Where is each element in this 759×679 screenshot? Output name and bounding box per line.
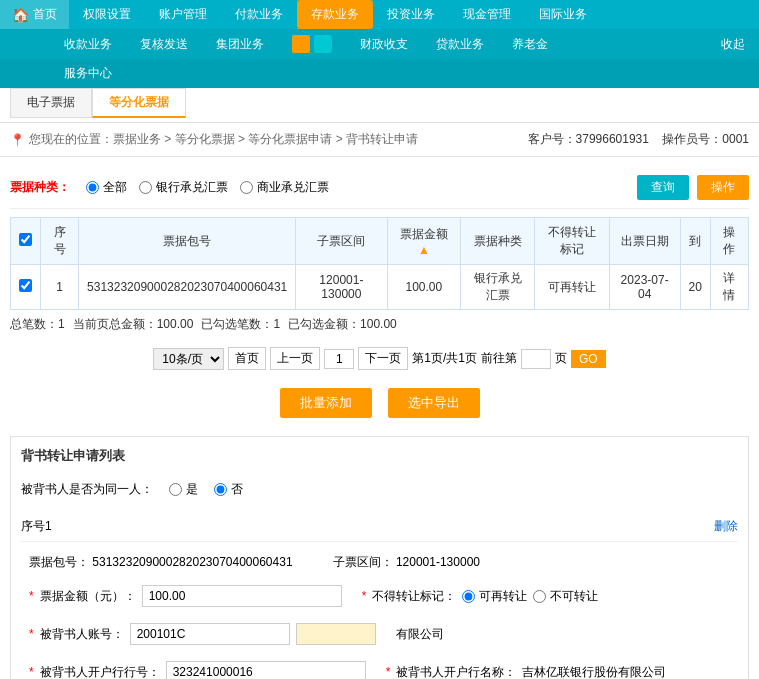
total-pages: 第1页/共1页 xyxy=(412,350,477,367)
seq-label: 序号1 xyxy=(21,518,52,535)
home-icon: 🏠 xyxy=(12,7,29,23)
transfer-section: 背书转让申请列表 被背书人是否为同一人： 是 否 序号1 删除 票据包号： 53… xyxy=(10,436,749,679)
row-package: 531323209000282023070400060431 xyxy=(79,265,296,310)
summary-row: 总笔数：1 当前页总金额：100.00 已勾选笔数：1 已勾选金额：100.00 xyxy=(10,310,749,339)
goto-label: 前往第 xyxy=(481,350,517,367)
per-page-select[interactable]: 10条/页 xyxy=(153,348,224,370)
col-transfer-mark: 不得转让标记 xyxy=(535,218,609,265)
row-to: 20 xyxy=(680,265,710,310)
package-no-value: 531323209000282023070400060431 xyxy=(92,555,292,569)
row-issue-date: 2023-07-04 xyxy=(609,265,680,310)
nav-collect[interactable]: 收款业务 xyxy=(50,30,126,59)
endorsee-bank-name-label: 被背书人开户行名称： xyxy=(396,664,516,680)
col-action: 操作 xyxy=(710,218,748,265)
transfer-no[interactable]: 不可转让 xyxy=(533,588,598,605)
package-no-row: 票据包号： 531323209000282023070400060431 xyxy=(29,554,293,571)
screen-icon xyxy=(292,35,310,53)
same-person-label: 被背书人是否为同一人： xyxy=(21,481,153,498)
row-type: 银行承兑汇票 xyxy=(461,265,535,310)
nav-permissions[interactable]: 权限设置 xyxy=(69,0,145,29)
endorsee-name-value: 有限公司 xyxy=(396,626,444,643)
nav-invest[interactable]: 投资业务 xyxy=(373,0,449,29)
same-person-yes[interactable]: 是 xyxy=(169,481,198,498)
page-suffix: 页 xyxy=(555,350,567,367)
tab-equal[interactable]: 等分化票据 xyxy=(92,88,186,118)
sub-range-row: 子票区间： 120001-130000 xyxy=(333,554,480,571)
select-export-button[interactable]: 选中导出 xyxy=(388,388,480,418)
transfer-can[interactable]: 可再转让 xyxy=(462,588,527,605)
package-no-label: 票据包号： xyxy=(29,555,89,569)
orange-action-button[interactable]: 操作 xyxy=(697,175,749,200)
col-to: 到 xyxy=(680,218,710,265)
goto-input[interactable] xyxy=(521,349,551,369)
endorsee-account-row: * 被背书人账号： xyxy=(29,623,376,645)
endorsee-account-label: 被背书人账号： xyxy=(40,626,124,643)
nav-collapse[interactable]: 收起 xyxy=(707,30,759,59)
col-sub-range: 子票区间 xyxy=(296,218,387,265)
filter-bank[interactable]: 银行承兑汇票 xyxy=(139,179,228,196)
ticket-table: 序号 票据包号 子票区间 票据金额 ▲ 票据种类 不得转让标记 出票日期 到 操… xyxy=(10,217,749,310)
row-seq: 1 xyxy=(41,265,79,310)
filter-row: 票据种类： 全部 银行承兑汇票 商业承兑汇票 查询 操作 xyxy=(10,167,749,209)
tab-electronic[interactable]: 电子票据 xyxy=(10,88,92,118)
nav-icons[interactable] xyxy=(278,29,346,59)
row-checkbox[interactable] xyxy=(19,279,32,292)
delete-link[interactable]: 删除 xyxy=(714,518,738,535)
nav-international[interactable]: 国际业务 xyxy=(525,0,601,29)
transfer-mark-label: 不得转让标记： xyxy=(372,588,456,605)
endorsee-account-suffix-input[interactable] xyxy=(296,623,376,645)
batch-add-button[interactable]: 批量添加 xyxy=(280,388,372,418)
nav-account[interactable]: 账户管理 xyxy=(145,0,221,29)
table-row: 1 531323209000282023070400060431 120001-… xyxy=(11,265,749,310)
endorsee-bank-label: 被背书人开户行行号： xyxy=(40,664,160,680)
nav-payment[interactable]: 付款业务 xyxy=(221,0,297,29)
col-seq: 序号 xyxy=(41,218,79,265)
action-row: 批量添加 选中导出 xyxy=(10,378,749,428)
endorsee-account-input[interactable] xyxy=(130,623,290,645)
row-amount: 100.00 xyxy=(387,265,461,310)
col-package: 票据包号 xyxy=(79,218,296,265)
filter-commercial[interactable]: 商业承兑汇票 xyxy=(240,179,329,196)
same-person-no[interactable]: 否 xyxy=(214,481,243,498)
filter-all[interactable]: 全部 xyxy=(86,179,127,196)
col-checkbox xyxy=(11,218,41,265)
nav-review[interactable]: 复核发送 xyxy=(126,30,202,59)
sub-range-value: 120001-130000 xyxy=(396,555,480,569)
transfer-title: 背书转让申请列表 xyxy=(21,447,738,465)
endorsee-bank-input[interactable] xyxy=(166,661,366,679)
transfer-mark-row: * 不得转让标记： 可再转让 不可转让 xyxy=(362,588,599,605)
seq-row: 序号1 删除 xyxy=(21,512,738,542)
amount-input[interactable] xyxy=(142,585,342,607)
col-amount: 票据金额 ▲ xyxy=(387,218,461,265)
nav-pension[interactable]: 养老金 xyxy=(498,30,562,59)
nav-service[interactable]: 服务中心 xyxy=(50,59,126,88)
nav-loan[interactable]: 贷款业务 xyxy=(422,30,498,59)
ticket-type-filter: 全部 银行承兑汇票 商业承兑汇票 xyxy=(86,179,329,196)
breadcrumb-right: 客户号：37996601931 操作员号：0001 xyxy=(528,131,749,148)
breadcrumb-icon: 📍 xyxy=(10,133,25,147)
col-issue-date: 出票日期 xyxy=(609,218,680,265)
next-page-btn[interactable]: 下一页 xyxy=(358,347,408,370)
endorsee-bank-name-row: * 被背书人开户行名称： 吉林亿联银行股份有限公司 xyxy=(386,664,667,680)
nav-deposit[interactable]: 存款业务 xyxy=(297,0,373,29)
row-sub-range: 120001-130000 xyxy=(296,265,387,310)
nav-cash[interactable]: 现金管理 xyxy=(449,0,525,29)
go-button[interactable]: GO xyxy=(571,350,606,368)
nav-fiscal[interactable]: 财政收支 xyxy=(346,30,422,59)
pagination: 10条/页 首页 上一页 下一页 第1页/共1页 前往第 页 GO xyxy=(10,339,749,378)
amount-label: 票据金额（元）： xyxy=(40,588,136,605)
play-icon xyxy=(314,35,332,53)
col-type: 票据种类 xyxy=(461,218,535,265)
row-detail-link[interactable]: 详情 xyxy=(710,265,748,310)
main-tabs: 电子票据 等分化票据 xyxy=(10,88,749,118)
home-nav[interactable]: 🏠 首页 xyxy=(0,0,69,29)
select-all-checkbox[interactable] xyxy=(19,233,32,246)
page-input[interactable] xyxy=(324,349,354,369)
breadcrumb: 📍 您现在的位置：票据业务 > 等分化票据 > 等分化票据申请 > 背书转让申请 xyxy=(10,127,418,152)
search-button[interactable]: 查询 xyxy=(637,175,689,200)
prev-page-btn[interactable]: 上一页 xyxy=(270,347,320,370)
row-transfer-mark: 可再转让 xyxy=(535,265,609,310)
endorsee-name-suffix-row: 有限公司 xyxy=(396,626,444,643)
nav-group[interactable]: 集团业务 xyxy=(202,30,278,59)
first-page-btn[interactable]: 首页 xyxy=(228,347,266,370)
